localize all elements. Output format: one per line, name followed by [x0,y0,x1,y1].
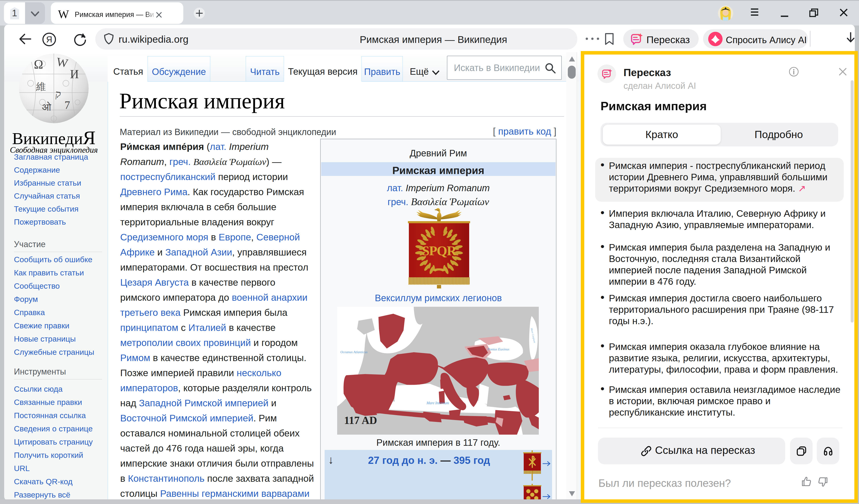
svg-text:ओ: ओ [42,102,51,113]
svg-text:Я: Я [46,35,52,44]
svg-text:Ω: Ω [34,57,43,71]
svg-text:Oceanus Atlanticus: Oceanus Atlanticus [341,350,367,354]
svg-text:維: 維 [36,81,46,92]
svg-text:W: W [56,55,69,70]
svg-text:SPQR: SPQR [422,243,457,258]
svg-text:И: И [70,67,79,81]
svg-text:117 AD: 117 AD [344,414,377,426]
svg-text:Mare Internum: Mare Internum [426,401,449,405]
svg-text:Pontus Euxinus: Pontus Euxinus [487,347,509,351]
svg-text:7: 7 [64,99,70,111]
